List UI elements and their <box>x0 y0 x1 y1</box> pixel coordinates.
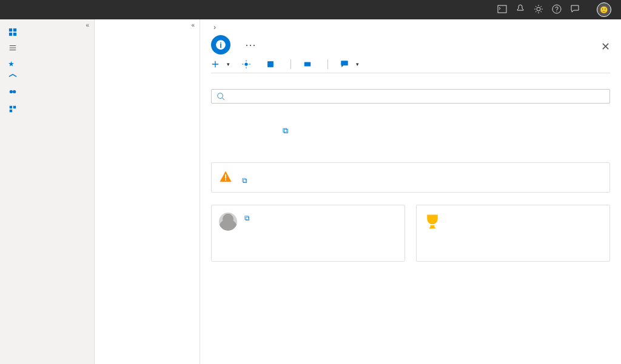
collapse-left-icon[interactable]: « <box>86 22 89 28</box>
svg-rect-7 <box>13 33 16 36</box>
more-icon[interactable]: ⋯ <box>245 38 256 51</box>
favorites-header: ★ <box>0 56 94 70</box>
svg-rect-5 <box>13 28 16 31</box>
svg-rect-24 <box>225 179 226 180</box>
whats-new-button[interactable] <box>266 60 278 68</box>
feed-header <box>200 195 621 205</box>
basic-info-header <box>200 108 621 118</box>
svg-point-21 <box>218 93 223 99</box>
svg-line-22 <box>223 98 225 101</box>
search-input[interactable] <box>230 92 605 101</box>
alerts-header <box>200 150 621 160</box>
nav-all-services[interactable] <box>0 40 94 56</box>
content: ✕ › i ⋯ ▾ ▾ <box>200 19 621 364</box>
bell-icon[interactable] <box>515 4 525 16</box>
tenant-icon: i <box>211 35 230 55</box>
fav-aad[interactable] <box>0 70 94 85</box>
trophy-icon <box>424 213 441 230</box>
tabs <box>200 73 621 84</box>
copy-userid-icon[interactable]: ⧉ <box>244 214 250 222</box>
svg-point-11 <box>10 90 13 93</box>
search-icon <box>217 92 225 101</box>
resource-nav: « <box>95 19 200 364</box>
svg-text:i: i <box>220 41 221 50</box>
svg-rect-0 <box>498 5 506 13</box>
svg-point-18 <box>244 62 247 65</box>
help-icon[interactable]: ? <box>552 4 562 16</box>
svg-rect-20 <box>304 62 311 67</box>
feed-secure-score-card <box>416 205 610 262</box>
tenant-search[interactable] <box>211 89 610 104</box>
command-bar: ▾ ▾ <box>211 57 610 73</box>
avatar[interactable]: 🙂 <box>597 2 611 17</box>
preview-features-button[interactable] <box>303 60 315 68</box>
svg-point-12 <box>13 90 16 93</box>
svg-rect-14 <box>13 106 16 108</box>
fav-enterprise-apps[interactable] <box>0 101 94 117</box>
learn-more-link[interactable]: ⧉ <box>240 176 247 185</box>
fav-users[interactable] <box>0 85 94 101</box>
warning-icon <box>219 170 232 184</box>
topbar: ? 🙂 <box>0 0 621 19</box>
svg-rect-15 <box>10 110 12 112</box>
console-icon[interactable] <box>497 4 507 16</box>
manage-tenants-button[interactable] <box>242 60 254 68</box>
svg-point-1 <box>537 7 540 11</box>
svg-text:?: ? <box>555 6 559 13</box>
got-feedback-button[interactable]: ▾ <box>340 60 359 68</box>
close-icon[interactable]: ✕ <box>601 40 610 53</box>
gear-icon[interactable] <box>534 4 543 16</box>
nav-dashboard[interactable] <box>0 24 94 40</box>
svg-rect-19 <box>268 62 274 67</box>
feed-user-card: ⧉ <box>211 205 405 262</box>
svg-rect-23 <box>225 174 226 179</box>
collapse-sub-icon[interactable]: « <box>191 22 195 28</box>
alert-card: ⧉ <box>211 162 610 193</box>
left-nav: « ★ <box>0 19 95 364</box>
avatar-icon <box>219 213 237 231</box>
feedback-icon[interactable] <box>570 4 580 16</box>
svg-rect-13 <box>10 106 12 108</box>
svg-rect-4 <box>9 28 12 31</box>
breadcrumb[interactable]: › <box>200 19 621 35</box>
svg-rect-6 <box>9 33 12 36</box>
manage-header <box>95 19 200 28</box>
add-button[interactable]: ▾ <box>211 60 230 68</box>
copy-tenantid-icon[interactable]: ⧉ <box>283 127 288 136</box>
